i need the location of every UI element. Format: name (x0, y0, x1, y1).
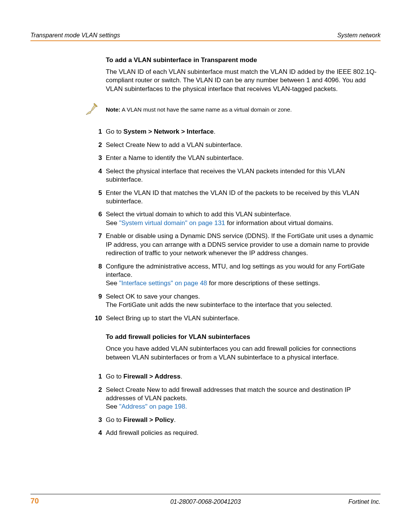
step2-4: Add firewall policies as required. (106, 429, 381, 437)
step-10: Select Bring up to start the VLAN subint… (106, 314, 381, 323)
header-right: System network (337, 32, 381, 39)
step-2: Select Create New to add a VLAN subinter… (106, 141, 381, 149)
step-9: Select OK to save your changes. The Fort… (106, 292, 381, 310)
page-number: 70 (30, 497, 39, 505)
step2-3: Go to Firewall > Policy. (106, 416, 381, 424)
link-address[interactable]: "Address" on page 198 (119, 403, 185, 410)
step-6: Select the virtual domain to which to ad… (106, 210, 381, 227)
footer-company: Fortinet Inc. (349, 498, 381, 505)
note-text: Note: A VLAN must not have the same name… (106, 104, 292, 113)
footer-divider (30, 494, 381, 494)
header-left: Transparent mode VLAN settings (30, 32, 120, 39)
footer-row: 70 01-28007-0068-20041203 Fortinet Inc. (30, 497, 381, 505)
section1-intro: The VLAN ID of each VLAN subinterface mu… (106, 68, 381, 93)
step-8: Configure the administrative access, MTU… (106, 262, 381, 288)
section2-intro: Once you have added VLAN subinterfaces y… (106, 345, 381, 362)
note-icon (84, 102, 99, 117)
header-divider (30, 40, 381, 41)
note-body: A VLAN must not have the same name as a … (120, 106, 292, 113)
main-content: To add a VLAN subinterface in Transparen… (30, 56, 381, 438)
section-title-1: To add a VLAN subinterface in Transparen… (106, 56, 381, 64)
step-3: Enter a Name to identify the VLAN subint… (106, 154, 381, 162)
page-header: Transparent mode VLAN settings System ne… (30, 32, 381, 40)
step2-2: Select Create New to add firewall addres… (106, 386, 381, 411)
note-label: Note: (106, 106, 120, 113)
step2-1: Go to Firewall > Address. (106, 372, 381, 381)
steps-list-1: Go to System > Network > Interface. Sele… (106, 128, 381, 323)
link-interface-settings[interactable]: "Interface settings" on page 48 (119, 280, 207, 287)
steps-list-2: Go to Firewall > Address. Select Create … (106, 372, 381, 438)
link-virtual-domain[interactable]: "System virtual domain" on page 131 (119, 219, 225, 227)
step-7: Enable or disable using a Dynamic DNS se… (106, 232, 381, 257)
step-5: Enter the VLAN ID that matches the VLAN … (106, 189, 381, 206)
step-1: Go to System > Network > Interface. (106, 128, 381, 136)
section-title-2: To add firewall policies for VLAN subint… (106, 333, 381, 341)
footer-doc-id: 01-28007-0068-20041203 (30, 498, 381, 505)
note-block: Note: A VLAN must not have the same name… (84, 104, 381, 117)
page-footer: 70 01-28007-0068-20041203 Fortinet Inc. (30, 494, 381, 505)
step-4: Select the physical interface that recei… (106, 167, 381, 184)
page: Transparent mode VLAN settings System ne… (0, 0, 411, 532)
